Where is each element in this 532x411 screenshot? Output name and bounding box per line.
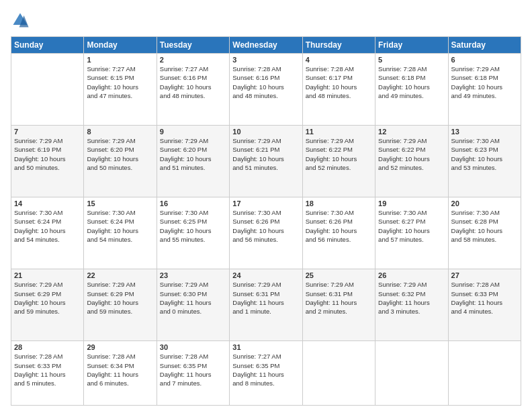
calendar-cell: 3Sunrise: 7:28 AMSunset: 6:16 PMDaylight… xyxy=(230,54,302,126)
page: SundayMondayTuesdayWednesdayThursdayFrid… xyxy=(0,0,532,411)
cell-info-line: Sunrise: 7:30 AM xyxy=(232,208,299,217)
cell-info-line: Daylight: 11 hours xyxy=(232,370,299,379)
cell-info-line: Sunrise: 7:29 AM xyxy=(87,280,153,289)
cell-info-line: Sunrise: 7:30 AM xyxy=(306,208,372,217)
calendar-cell: 25Sunrise: 7:29 AMSunset: 6:31 PMDayligh… xyxy=(302,269,375,341)
day-number: 7 xyxy=(14,128,81,136)
calendar-cell: 12Sunrise: 7:29 AMSunset: 6:22 PMDayligh… xyxy=(375,126,448,197)
cell-info-line: Daylight: 10 hours xyxy=(378,83,445,91)
cell-info-line: Daylight: 10 hours xyxy=(160,83,226,91)
cell-info-line: and 51 minutes. xyxy=(232,163,299,172)
day-number: 6 xyxy=(451,56,518,64)
day-number: 23 xyxy=(160,271,226,279)
weekday-header: Friday xyxy=(375,37,448,54)
cell-info-line: Sunset: 6:33 PM xyxy=(14,361,81,370)
cell-info-line: Daylight: 10 hours xyxy=(451,83,518,91)
cell-info-line: and 7 minutes. xyxy=(160,379,226,387)
cell-info-line: Daylight: 10 hours xyxy=(306,83,372,91)
calendar-cell: 30Sunrise: 7:28 AMSunset: 6:35 PMDayligh… xyxy=(157,341,229,406)
calendar-cell: 7Sunrise: 7:29 AMSunset: 6:19 PMDaylight… xyxy=(11,126,84,197)
calendar-cell xyxy=(302,341,375,406)
weekday-header: Saturday xyxy=(448,37,521,54)
cell-info-line: Sunset: 6:20 PM xyxy=(87,145,153,154)
cell-info-line: Sunset: 6:34 PM xyxy=(87,361,153,370)
cell-info-line: Sunset: 6:27 PM xyxy=(378,217,445,226)
cell-info-line: and 49 minutes. xyxy=(451,91,518,100)
calendar-table: SundayMondayTuesdayWednesdayThursdayFrid… xyxy=(11,36,521,406)
cell-info-line: Sunset: 6:33 PM xyxy=(451,289,518,298)
calendar-cell: 28Sunrise: 7:28 AMSunset: 6:33 PMDayligh… xyxy=(11,341,84,406)
day-number: 16 xyxy=(160,199,226,208)
cell-info-line: Sunrise: 7:27 AM xyxy=(160,64,226,73)
cell-info-line: Sunrise: 7:27 AM xyxy=(87,64,153,73)
calendar-cell: 31Sunrise: 7:27 AMSunset: 6:35 PMDayligh… xyxy=(230,341,302,406)
cell-info-line: Daylight: 11 hours xyxy=(232,298,299,307)
cell-info-line: and 59 minutes. xyxy=(14,307,81,316)
day-number: 10 xyxy=(232,128,299,136)
day-number: 9 xyxy=(160,128,226,136)
day-number: 19 xyxy=(378,199,445,208)
cell-info-line: Daylight: 10 hours xyxy=(14,154,81,163)
cell-info-line: Sunrise: 7:29 AM xyxy=(306,280,372,289)
calendar-cell: 10Sunrise: 7:29 AMSunset: 6:21 PMDayligh… xyxy=(230,126,302,197)
cell-info-line: Sunrise: 7:29 AM xyxy=(160,280,226,289)
day-number: 24 xyxy=(232,271,299,279)
calendar-cell: 5Sunrise: 7:28 AMSunset: 6:18 PMDaylight… xyxy=(375,54,448,126)
cell-info-line: Daylight: 10 hours xyxy=(87,83,153,91)
day-number: 20 xyxy=(451,199,518,208)
calendar-cell: 21Sunrise: 7:29 AMSunset: 6:29 PMDayligh… xyxy=(11,269,84,341)
cell-info-line: and 49 minutes. xyxy=(378,91,445,100)
cell-info-line: Daylight: 10 hours xyxy=(160,154,226,163)
cell-info-line: Sunrise: 7:29 AM xyxy=(14,136,81,145)
cell-info-line: Sunrise: 7:30 AM xyxy=(14,208,81,217)
cell-info-line: Sunset: 6:24 PM xyxy=(14,217,81,226)
cell-info-line: Daylight: 10 hours xyxy=(14,226,81,235)
cell-info-line: Sunrise: 7:29 AM xyxy=(378,136,445,145)
cell-info-line: Sunset: 6:18 PM xyxy=(451,73,518,82)
cell-info-line: Sunset: 6:24 PM xyxy=(87,217,153,226)
cell-info-line: Sunrise: 7:28 AM xyxy=(451,280,518,289)
day-number: 31 xyxy=(232,343,299,351)
cell-info-line: and 3 minutes. xyxy=(378,307,445,316)
cell-info-line: and 48 minutes. xyxy=(306,91,372,100)
cell-info-line: Sunrise: 7:29 AM xyxy=(232,280,299,289)
calendar-cell: 27Sunrise: 7:28 AMSunset: 6:33 PMDayligh… xyxy=(448,269,521,341)
cell-info-line: and 55 minutes. xyxy=(160,235,226,244)
day-number: 22 xyxy=(87,271,153,279)
cell-info-line: Daylight: 10 hours xyxy=(451,226,518,235)
weekday-header-row: SundayMondayTuesdayWednesdayThursdayFrid… xyxy=(11,37,521,54)
calendar-week-row: 28Sunrise: 7:28 AMSunset: 6:33 PMDayligh… xyxy=(11,341,521,406)
calendar-cell xyxy=(448,341,521,406)
cell-info-line: Sunrise: 7:30 AM xyxy=(451,136,518,145)
cell-info-line: Daylight: 10 hours xyxy=(160,226,226,235)
cell-info-line: and 54 minutes. xyxy=(87,235,153,244)
calendar-cell: 29Sunrise: 7:28 AMSunset: 6:34 PMDayligh… xyxy=(84,341,157,406)
day-number: 4 xyxy=(306,56,372,64)
cell-info-line: and 8 minutes. xyxy=(232,379,299,387)
day-number: 11 xyxy=(306,128,372,136)
cell-info-line: and 52 minutes. xyxy=(306,163,372,172)
cell-info-line: Sunrise: 7:30 AM xyxy=(87,208,153,217)
cell-info-line: Daylight: 10 hours xyxy=(87,154,153,163)
cell-info-line: Daylight: 11 hours xyxy=(451,298,518,307)
calendar-week-row: 14Sunrise: 7:30 AMSunset: 6:24 PMDayligh… xyxy=(11,197,521,269)
cell-info-line: Daylight: 10 hours xyxy=(87,298,153,307)
cell-info-line: and 53 minutes. xyxy=(451,163,518,172)
cell-info-line: and 1 minute. xyxy=(232,307,299,316)
cell-info-line: Sunset: 6:29 PM xyxy=(87,289,153,298)
cell-info-line: and 47 minutes. xyxy=(87,91,153,100)
day-number: 30 xyxy=(160,343,226,351)
day-number: 2 xyxy=(160,56,226,64)
cell-info-line: Sunset: 6:28 PM xyxy=(451,217,518,226)
calendar-cell: 23Sunrise: 7:29 AMSunset: 6:30 PMDayligh… xyxy=(157,269,229,341)
day-number: 8 xyxy=(87,128,153,136)
day-number: 18 xyxy=(306,199,372,208)
day-number: 27 xyxy=(451,271,518,279)
cell-info-line: Daylight: 10 hours xyxy=(378,226,445,235)
cell-info-line: Sunset: 6:26 PM xyxy=(306,217,372,226)
cell-info-line: Sunrise: 7:29 AM xyxy=(451,64,518,73)
cell-info-line: and 54 minutes. xyxy=(14,235,81,244)
logo-icon xyxy=(11,11,30,30)
cell-info-line: and 2 minutes. xyxy=(306,307,372,316)
calendar-cell: 4Sunrise: 7:28 AMSunset: 6:17 PMDaylight… xyxy=(302,54,375,126)
